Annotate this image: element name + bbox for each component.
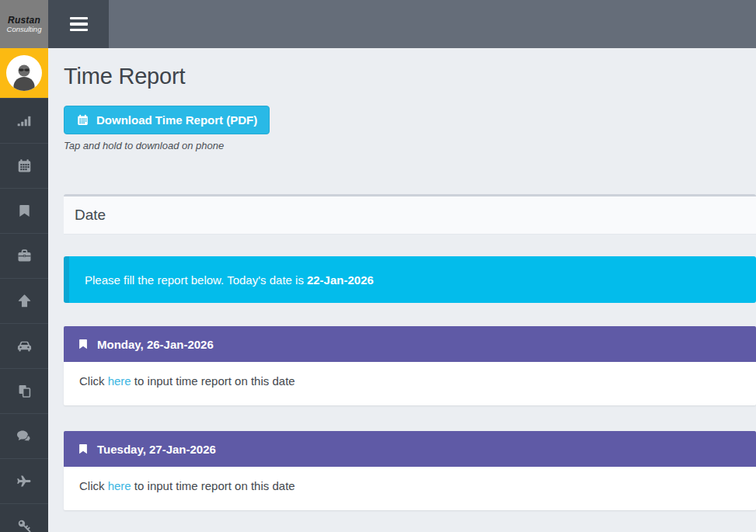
brand-logo[interactable]: Rustan Consulting xyxy=(0,0,48,48)
input-time-report-link[interactable]: here xyxy=(108,374,131,388)
sidebar-item-copies[interactable] xyxy=(0,368,48,413)
bookmark-icon xyxy=(78,338,89,350)
sidebar-item-travel[interactable] xyxy=(0,458,48,503)
download-hint-text: Tap and hold to download on phone xyxy=(64,140,756,152)
sidebar-item-reports[interactable] xyxy=(0,98,48,143)
bar-chart-icon xyxy=(16,113,33,129)
user-photo xyxy=(9,60,40,91)
day-header: Monday, 26-Jan-2026 xyxy=(64,326,756,362)
brand-name: Rustan xyxy=(8,15,40,26)
brand-subtitle: Consulting xyxy=(7,25,42,33)
sidebar-item-access[interactable] xyxy=(0,503,48,532)
date-panel-header: Date xyxy=(64,194,756,235)
row-text: to input time report on this date xyxy=(131,479,295,492)
download-time-report-button[interactable]: Download Time Report (PDF) xyxy=(64,106,270,134)
sidebar-item-briefcase[interactable] xyxy=(0,233,48,278)
menu-toggle-button[interactable] xyxy=(48,0,109,48)
calendar-icon xyxy=(16,158,33,174)
avatar xyxy=(6,55,42,91)
row-text: Click xyxy=(79,374,108,388)
alert-date: 22-Jan-2026 xyxy=(307,273,374,287)
sidebar-item-profile[interactable] xyxy=(0,48,48,98)
bookmark-icon xyxy=(78,443,89,455)
row-text: to input time report on this date xyxy=(131,374,295,388)
sidebar-nav xyxy=(0,48,48,532)
sidebar-item-calendar[interactable] xyxy=(0,143,48,188)
sidebar-item-upload[interactable] xyxy=(0,278,48,323)
main-content: Time Report Download Time Report (PDF) T… xyxy=(48,48,756,532)
day-section-tuesday: Tuesday, 27-Jan-2026 Click here to input… xyxy=(64,431,756,510)
bookmark-icon xyxy=(17,203,32,219)
sidebar-item-chat[interactable] xyxy=(0,413,48,458)
briefcase-icon xyxy=(16,248,33,264)
input-time-report-link[interactable]: here xyxy=(108,479,131,492)
calendar-icon xyxy=(76,113,89,127)
upload-arrow-icon xyxy=(16,293,33,309)
sidebar-item-car[interactable] xyxy=(0,323,48,368)
day-header-label: Tuesday, 27-Jan-2026 xyxy=(97,443,216,456)
hamburger-icon xyxy=(70,17,88,32)
day-row: Click here to input time report on this … xyxy=(64,362,756,405)
download-button-label: Download Time Report (PDF) xyxy=(96,113,257,127)
day-header-label: Monday, 26-Jan-2026 xyxy=(97,338,214,351)
day-header: Tuesday, 27-Jan-2026 xyxy=(64,431,756,467)
day-section-monday: Monday, 26-Jan-2026 Click here to input … xyxy=(64,326,756,405)
top-bar: Rustan Consulting xyxy=(0,0,756,48)
row-text: Click xyxy=(79,479,108,492)
info-alert: Please fill the report below. Today's da… xyxy=(64,256,756,303)
date-panel-title: Date xyxy=(75,207,106,224)
key-icon xyxy=(16,518,33,532)
chat-icon xyxy=(16,428,33,444)
plane-icon xyxy=(16,473,33,489)
alert-text: Please fill the report below. Today's da… xyxy=(85,273,304,287)
day-row: Click here to input time report on this … xyxy=(64,467,756,510)
sidebar-item-bookmarks[interactable] xyxy=(0,188,48,233)
car-icon xyxy=(16,338,33,354)
page-title: Time Report xyxy=(64,61,756,91)
copy-pages-icon xyxy=(16,383,33,399)
